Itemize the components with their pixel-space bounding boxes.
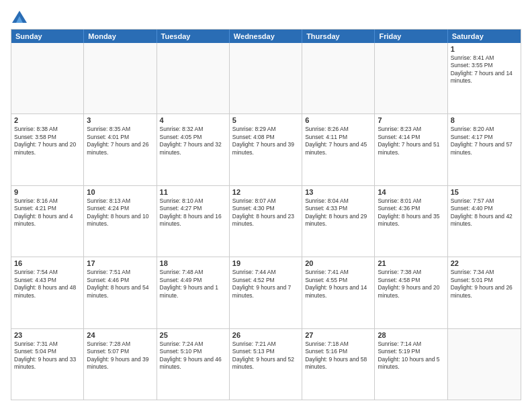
header-day-wednesday: Wednesday [230, 30, 302, 43]
day-info: Sunrise: 8:07 AM Sunset: 4:30 PM Dayligh… [232, 197, 299, 228]
day-number: 12 [232, 188, 299, 196]
calendar-cell: 6Sunrise: 8:26 AM Sunset: 4:11 PM Daylig… [302, 114, 375, 185]
day-info: Sunrise: 7:21 AM Sunset: 5:13 PM Dayligh… [232, 340, 299, 371]
calendar-week-3: 9Sunrise: 8:16 AM Sunset: 4:21 PM Daylig… [11, 186, 521, 257]
day-number: 11 [160, 188, 226, 196]
calendar-cell: 26Sunrise: 7:21 AM Sunset: 5:13 PM Dayli… [230, 329, 302, 400]
calendar-header: SundayMondayTuesdayWednesdayThursdayFrid… [11, 30, 521, 43]
calendar-cell [375, 43, 447, 113]
calendar-cell: 14Sunrise: 8:01 AM Sunset: 4:36 PM Dayli… [375, 186, 447, 257]
calendar-week-1: 1Sunrise: 8:41 AM Sunset: 3:55 PM Daylig… [11, 43, 521, 114]
calendar-cell: 13Sunrise: 8:04 AM Sunset: 4:33 PM Dayli… [302, 186, 375, 257]
day-number: 18 [160, 259, 226, 267]
day-info: Sunrise: 8:32 AM Sunset: 4:05 PM Dayligh… [160, 126, 226, 156]
calendar-cell [84, 43, 157, 113]
day-number: 16 [14, 259, 81, 267]
day-info: Sunrise: 8:23 AM Sunset: 4:14 PM Dayligh… [378, 126, 444, 156]
calendar-cell: 7Sunrise: 8:23 AM Sunset: 4:14 PM Daylig… [375, 114, 447, 185]
header-day-monday: Monday [84, 30, 157, 43]
day-info: Sunrise: 8:35 AM Sunset: 4:01 PM Dayligh… [87, 126, 153, 156]
day-info: Sunrise: 7:28 AM Sunset: 5:07 PM Dayligh… [87, 340, 153, 371]
calendar-cell: 4Sunrise: 8:32 AM Sunset: 4:05 PM Daylig… [157, 114, 230, 185]
day-number: 1 [451, 45, 518, 53]
calendar-cell: 3Sunrise: 8:35 AM Sunset: 4:01 PM Daylig… [84, 114, 157, 185]
calendar-week-5: 23Sunrise: 7:31 AM Sunset: 5:04 PM Dayli… [11, 329, 521, 400]
day-info: Sunrise: 7:24 AM Sunset: 5:10 PM Dayligh… [160, 340, 226, 371]
calendar-cell: 2Sunrise: 8:38 AM Sunset: 3:58 PM Daylig… [11, 114, 84, 185]
calendar-cell: 22Sunrise: 7:34 AM Sunset: 5:01 PM Dayli… [448, 257, 521, 328]
calendar-cell: 17Sunrise: 7:51 AM Sunset: 4:46 PM Dayli… [84, 257, 157, 328]
calendar-cell [157, 43, 230, 113]
day-info: Sunrise: 8:04 AM Sunset: 4:33 PM Dayligh… [305, 197, 371, 228]
calendar-cell: 19Sunrise: 7:44 AM Sunset: 4:52 PM Dayli… [230, 257, 302, 328]
day-number: 15 [451, 188, 518, 196]
calendar-cell: 9Sunrise: 8:16 AM Sunset: 4:21 PM Daylig… [11, 186, 84, 257]
day-info: Sunrise: 7:14 AM Sunset: 5:19 PM Dayligh… [378, 340, 444, 371]
calendar-body: 1Sunrise: 8:41 AM Sunset: 3:55 PM Daylig… [11, 43, 521, 400]
day-info: Sunrise: 8:26 AM Sunset: 4:11 PM Dayligh… [305, 126, 371, 156]
day-number: 10 [87, 188, 153, 196]
day-number: 24 [87, 331, 153, 339]
day-number: 13 [305, 188, 371, 196]
calendar-cell: 12Sunrise: 8:07 AM Sunset: 4:30 PM Dayli… [230, 186, 302, 257]
header-day-friday: Friday [375, 30, 447, 43]
day-info: Sunrise: 8:29 AM Sunset: 4:08 PM Dayligh… [232, 126, 299, 156]
logo-icon [12, 11, 27, 23]
day-number: 4 [160, 116, 226, 124]
calendar-cell [11, 43, 84, 113]
day-number: 5 [232, 116, 299, 124]
day-number: 27 [305, 331, 371, 339]
day-number: 9 [14, 188, 81, 196]
calendar-cell: 25Sunrise: 7:24 AM Sunset: 5:10 PM Dayli… [157, 329, 230, 400]
header-day-tuesday: Tuesday [157, 30, 230, 43]
header [11, 11, 521, 24]
calendar-cell: 28Sunrise: 7:14 AM Sunset: 5:19 PM Dayli… [375, 329, 447, 400]
day-info: Sunrise: 8:38 AM Sunset: 3:58 PM Dayligh… [14, 126, 81, 156]
header-day-thursday: Thursday [302, 30, 375, 43]
day-number: 23 [14, 331, 81, 339]
day-info: Sunrise: 7:57 AM Sunset: 4:40 PM Dayligh… [451, 197, 518, 228]
day-number: 20 [305, 259, 371, 267]
day-info: Sunrise: 8:41 AM Sunset: 3:55 PM Dayligh… [451, 54, 518, 85]
calendar-cell: 16Sunrise: 7:54 AM Sunset: 4:43 PM Dayli… [11, 257, 84, 328]
calendar-cell: 18Sunrise: 7:48 AM Sunset: 4:49 PM Dayli… [157, 257, 230, 328]
calendar: SundayMondayTuesdayWednesdayThursdayFrid… [11, 29, 521, 400]
day-info: Sunrise: 8:10 AM Sunset: 4:27 PM Dayligh… [160, 197, 226, 228]
day-number: 19 [232, 259, 299, 267]
day-info: Sunrise: 8:13 AM Sunset: 4:24 PM Dayligh… [87, 197, 153, 228]
calendar-cell: 15Sunrise: 7:57 AM Sunset: 4:40 PM Dayli… [448, 186, 521, 257]
day-number: 14 [378, 188, 444, 196]
calendar-cell: 21Sunrise: 7:38 AM Sunset: 4:58 PM Dayli… [375, 257, 447, 328]
day-info: Sunrise: 7:38 AM Sunset: 4:58 PM Dayligh… [378, 269, 444, 300]
day-info: Sunrise: 7:51 AM Sunset: 4:46 PM Dayligh… [87, 269, 153, 300]
calendar-cell: 5Sunrise: 8:29 AM Sunset: 4:08 PM Daylig… [230, 114, 302, 185]
day-info: Sunrise: 8:01 AM Sunset: 4:36 PM Dayligh… [378, 197, 444, 228]
calendar-cell: 11Sunrise: 8:10 AM Sunset: 4:27 PM Dayli… [157, 186, 230, 257]
day-info: Sunrise: 7:34 AM Sunset: 5:01 PM Dayligh… [451, 269, 518, 300]
calendar-week-2: 2Sunrise: 8:38 AM Sunset: 3:58 PM Daylig… [11, 114, 521, 185]
calendar-week-4: 16Sunrise: 7:54 AM Sunset: 4:43 PM Dayli… [11, 257, 521, 328]
day-number: 28 [378, 331, 444, 339]
day-info: Sunrise: 8:16 AM Sunset: 4:21 PM Dayligh… [14, 197, 81, 228]
day-number: 7 [378, 116, 444, 124]
day-number: 8 [451, 116, 518, 124]
day-number: 6 [305, 116, 371, 124]
day-info: Sunrise: 8:20 AM Sunset: 4:17 PM Dayligh… [451, 126, 518, 156]
header-day-saturday: Saturday [448, 30, 521, 43]
calendar-cell: 10Sunrise: 8:13 AM Sunset: 4:24 PM Dayli… [84, 186, 157, 257]
calendar-cell: 24Sunrise: 7:28 AM Sunset: 5:07 PM Dayli… [84, 329, 157, 400]
calendar-cell: 1Sunrise: 8:41 AM Sunset: 3:55 PM Daylig… [448, 43, 521, 113]
calendar-cell: 27Sunrise: 7:18 AM Sunset: 5:16 PM Dayli… [302, 329, 375, 400]
calendar-cell [230, 43, 302, 113]
day-number: 2 [14, 116, 81, 124]
day-number: 22 [451, 259, 518, 267]
day-info: Sunrise: 7:18 AM Sunset: 5:16 PM Dayligh… [305, 340, 371, 371]
day-info: Sunrise: 7:44 AM Sunset: 4:52 PM Dayligh… [232, 269, 299, 300]
calendar-cell [302, 43, 375, 113]
day-info: Sunrise: 7:48 AM Sunset: 4:49 PM Dayligh… [160, 269, 226, 300]
day-number: 26 [232, 331, 299, 339]
calendar-cell [448, 329, 521, 400]
day-number: 3 [87, 116, 153, 124]
day-info: Sunrise: 7:31 AM Sunset: 5:04 PM Dayligh… [14, 340, 81, 371]
day-number: 25 [160, 331, 226, 339]
